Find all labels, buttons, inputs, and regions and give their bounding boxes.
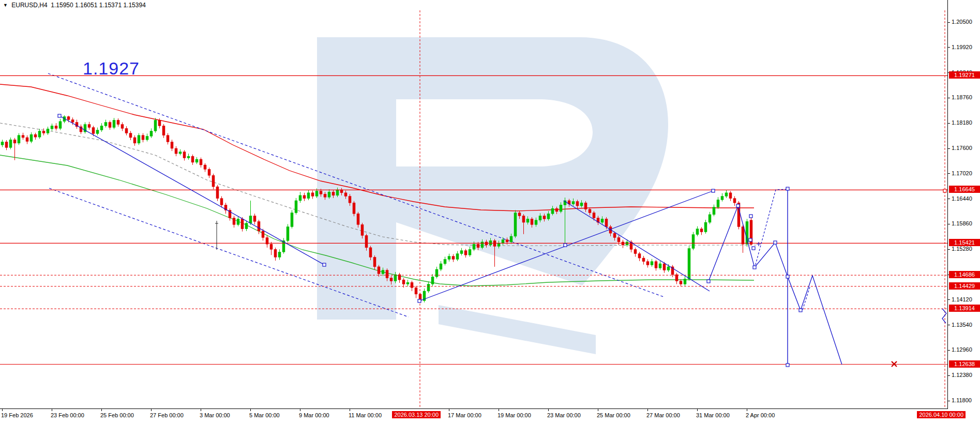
anchor-square: [736, 204, 740, 207]
mt-chart-window: { "header": { "symbol": "EURUSD,H4", "oh…: [0, 0, 980, 424]
time-tick-mark: [350, 409, 350, 411]
price-tick-mark: [948, 249, 950, 250]
header-ohlc-values: 1.15950 1.16051 1.15371 1.15394: [51, 2, 146, 9]
chart-plot-area[interactable]: [0, 0, 948, 409]
time-axis[interactable]: 19 Feb 202623 Feb 00:0025 Feb 00:0027 Fe…: [0, 409, 980, 424]
price-tick-mark: [948, 173, 950, 174]
price-tick-mark: [948, 375, 950, 376]
anchor-square: [753, 266, 756, 269]
price-tick-label: 1.14120: [952, 296, 972, 302]
price-tick-label: 1.15860: [952, 220, 972, 226]
time-tick-mark: [747, 409, 747, 411]
chart-canvas[interactable]: [0, 0, 947, 408]
price-tick-mark: [948, 199, 950, 199]
price-tick-mark: [948, 22, 950, 23]
time-tick-label: 23 Mar 00:00: [547, 412, 581, 418]
time-tick-label: 25 Mar 00:00: [597, 412, 630, 418]
price-tick-mark: [948, 148, 950, 149]
forecast-zigzag-solid: [708, 206, 842, 365]
level-price-label: 1.19271: [949, 71, 980, 79]
anchor-square: [712, 189, 715, 192]
forecast-zigzag-dashed: [803, 287, 810, 310]
time-tick-label: 19 Mar 00:00: [497, 412, 531, 418]
price-tick-label: 1.12380: [952, 372, 972, 378]
price-tick-mark: [948, 47, 950, 48]
time-tick-mark: [449, 409, 449, 411]
price-tick-mark: [948, 401, 950, 401]
time-tick-mark: [647, 409, 648, 411]
time-tick-label: 2 Apr 00:00: [746, 412, 775, 418]
anchor-square: [786, 364, 789, 367]
vline-time-label: 2026.04.10 00:00: [917, 411, 966, 418]
level-price-label: 1.13914: [949, 305, 980, 312]
anchor-square: [752, 247, 755, 250]
price-annotation-text[interactable]: 1.1927: [83, 58, 140, 79]
level-anchor-square: [943, 189, 946, 192]
time-tick-label: 3 Mar 00:00: [200, 412, 230, 418]
level-price-label: 1.14686: [949, 271, 980, 278]
time-tick-mark: [300, 409, 300, 411]
level-price-label: 1.12638: [949, 360, 980, 368]
time-tick-mark: [250, 409, 251, 411]
price-tick-label: 1.13540: [952, 322, 972, 328]
anchor-square: [58, 114, 61, 117]
price-tick-mark: [948, 325, 950, 325]
anchor-square: [786, 275, 789, 278]
price-axis[interactable]: 1.205001.199201.193401.187601.181801.176…: [948, 0, 980, 408]
time-tick-mark: [2, 409, 3, 411]
time-tick-label: 9 Mar 00:00: [299, 412, 329, 418]
price-tick-label: 1.12960: [952, 346, 972, 353]
time-tick-label: 31 Mar 00:00: [696, 412, 730, 418]
broker-R-logo: [317, 37, 668, 354]
price-tick-label: 1.17600: [952, 145, 972, 151]
price-tick-label: 1.18760: [952, 94, 972, 100]
time-tick-mark: [499, 409, 499, 411]
time-tick-mark: [598, 409, 598, 411]
time-tick-label: 27 Feb 00:00: [150, 412, 184, 418]
time-tick-mark: [151, 409, 152, 411]
header-symbol: EURUSD,H4: [11, 2, 47, 9]
time-tick-label: 27 Mar 00:00: [646, 412, 680, 418]
cross-marker: [757, 242, 761, 246]
anchor-square: [786, 187, 789, 190]
time-tick-label: 19 Feb 2026: [1, 412, 33, 418]
forecast-zigzag-dashed: [755, 189, 787, 268]
blue-trendline: [59, 116, 324, 265]
anchor-square: [799, 309, 802, 312]
anchor-square: [323, 263, 326, 266]
time-tick-mark: [201, 409, 201, 411]
time-tick-label: 17 Mar 00:00: [448, 412, 481, 418]
price-tick-mark: [948, 350, 950, 351]
time-tick-mark: [101, 409, 102, 411]
symbol-marker-icon[interactable]: ▼: [3, 3, 8, 8]
anchor-square: [774, 241, 777, 244]
anchor-square: [418, 299, 421, 302]
edge-projection-mark: [942, 309, 946, 323]
level-price-label: 1.16645: [949, 186, 980, 193]
anchor-square: [749, 215, 752, 218]
anchor-square: [707, 280, 710, 283]
anchor-square: [749, 238, 752, 241]
time-tick-label: 11 Mar 00:00: [349, 412, 382, 418]
time-tick-mark: [548, 409, 549, 411]
price-tick-label: 1.15280: [952, 246, 972, 252]
time-tick-mark: [697, 409, 698, 411]
price-tick-label: 1.16440: [952, 195, 972, 202]
time-tick-label: 5 Mar 00:00: [249, 412, 280, 418]
time-tick-label: 23 Feb 00:00: [51, 412, 84, 418]
anchor-square: [564, 244, 567, 247]
vline-time-label: 2026.03.13 20:00: [392, 411, 441, 418]
price-tick-label: 1.17020: [952, 170, 972, 176]
price-tick-mark: [948, 299, 950, 300]
price-tick-label: 1.11800: [952, 397, 972, 403]
level-price-label: 1.15421: [949, 239, 980, 246]
black-tick-mark: [215, 221, 218, 250]
price-tick-mark: [948, 98, 950, 98]
level-price-label: 1.14429: [949, 282, 980, 290]
price-tick-label: 1.19920: [952, 44, 972, 50]
price-tick-mark: [948, 123, 950, 124]
price-tick-label: 1.18180: [952, 119, 972, 126]
time-tick-label: 25 Feb 00:00: [100, 412, 134, 418]
price-tick-label: 1.20500: [952, 19, 972, 25]
time-tick-mark: [52, 409, 52, 411]
